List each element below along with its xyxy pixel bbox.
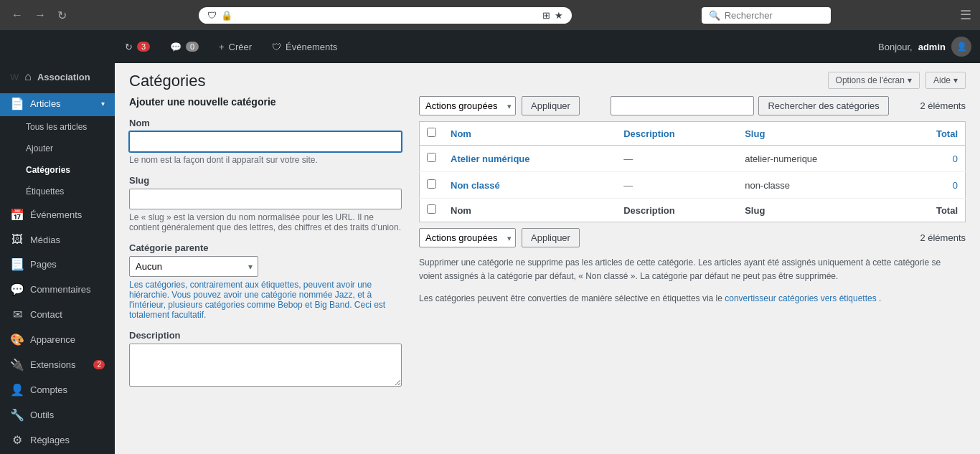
sidebar-item-articles[interactable]: 📄 Articles ▾ [0,91,115,116]
sidebar-item-categories[interactable]: Catégories [0,159,115,181]
avatar[interactable]: 👤 [951,37,971,57]
username: admin [918,42,946,52]
check-all-checkbox[interactable] [427,128,436,137]
row2-total-link[interactable]: 0 [953,180,958,191]
nom-header[interactable]: Nom [443,122,616,146]
total-header-link[interactable]: Total [936,128,958,139]
row2-checkbox[interactable] [427,179,436,189]
create-menu-item[interactable]: + Créer [209,30,262,63]
search-input[interactable] [611,96,754,115]
categories-label: Catégories [26,165,70,175]
main-content: Catégories Options de l'écran ▾ Aide ▾ A… [115,63,980,454]
row1-checkbox-cell [420,146,444,172]
add-category-panel: Ajouter une nouvelle catégorie Nom Le no… [129,96,402,399]
browser-search-input[interactable] [725,10,811,21]
footer-note-1: Supprimer une catégorie ne supprime pas … [419,256,966,283]
sidebar-item-contact[interactable]: ✉ Contact [0,302,115,327]
nom-header-link[interactable]: Nom [451,128,471,139]
sidebar-item-evenements[interactable]: 📅 Événements [0,202,115,227]
back-button[interactable]: ← [9,6,26,24]
sidebar-item-reglages[interactable]: ⚙ Réglages [0,427,115,453]
parent-select-wrap: Aucun ▾ [129,256,258,277]
sidebar-item-commentaires[interactable]: 💬 Commentaires [0,277,115,302]
description-input[interactable] [129,344,402,387]
browser-menu-icon[interactable]: ☰ [960,7,971,23]
check-all-header [420,122,444,146]
sidebar-label-outils: Outils [30,410,54,420]
sidebar-item-outils[interactable]: 🔧 Outils [0,402,115,427]
sidebar-site-header[interactable]: W ⌂ Association [0,60,115,93]
comments-menu-item[interactable]: 💬 0 [160,30,209,63]
bulk-actions-select-bottom[interactable]: Actions groupées [419,228,516,247]
footer-note-3-text: . [879,293,881,303]
row1-name-link[interactable]: Atelier numérique [451,153,530,164]
total-header[interactable]: Total [898,122,965,146]
sidebar-item-ajouter[interactable]: Ajouter [0,138,115,159]
sidebar-item-apparence[interactable]: 🎨 Apparence [0,327,115,352]
sidebar-item-comptes[interactable]: 👤 Comptes [0,377,115,402]
bulk-actions-select-top[interactable]: Actions groupées [419,96,516,115]
slug-footer: Slug [738,199,898,222]
footer-note-2: Les catégories peuvent être converties d… [419,292,966,306]
apply-button-top[interactable]: Appliquer [522,96,580,115]
events-label: Événements [286,42,337,52]
slug-input[interactable] [129,189,402,209]
sidebar-item-extensions[interactable]: 🔌 Extensions 2 [0,352,115,377]
slug-label: Slug [129,175,402,186]
pages-icon: 📃 [10,257,24,271]
row2-total-cell: 0 [898,172,965,199]
table-top-bar: Actions groupées Appliquer Rechercher de… [419,96,966,115]
sidebar-item-pages[interactable]: 📃 Pages [0,252,115,277]
lock-icon: 🔒 [221,10,232,21]
items-count-top: 2 éléments [920,100,966,111]
forward-button[interactable]: → [32,6,49,24]
sidebar-label-extensions: Extensions [30,359,76,370]
name-input[interactable] [129,131,402,152]
sidebar: ⊞ Tableau de bord 📄 Articles ▾ Tous les … [0,63,115,454]
sidebar-item-medias[interactable]: 🖼 Médias [0,227,115,252]
star-icon[interactable]: ★ [555,10,563,21]
search-button[interactable]: Rechercher des catégories [758,96,888,115]
nom-footer: Nom [443,199,616,222]
search-icon: 🔍 [709,10,720,21]
table-body: Atelier numérique — atelier-numerique 0 [420,146,966,222]
name-field: Nom Le nom est la façon dont il apparaît… [129,118,402,165]
footer-link[interactable]: convertisseur catégories vers étiquettes [725,293,876,303]
articles-icon: 📄 [10,97,24,110]
apparence-icon: 🎨 [10,333,24,346]
row1-checkbox[interactable] [427,153,436,162]
extensions-badge: 2 [93,360,105,369]
reload-button[interactable]: ↻ [55,6,70,25]
sidebar-label-pages: Pages [30,259,57,270]
name-hint: Le nom est la façon dont il apparaît sur… [129,155,402,165]
parent-select[interactable]: Aucun [129,256,258,277]
sidebar-item-etiquettes[interactable]: Étiquettes [0,181,115,202]
events-icon: 🛡 [272,42,281,52]
comments-badge: 0 [186,42,199,52]
apply-button-bottom[interactable]: Appliquer [522,228,580,247]
slug-header[interactable]: Slug [738,122,898,146]
description-header[interactable]: Description [616,122,738,146]
updates-menu-item[interactable]: ↻ 3 [115,30,160,63]
home-icon: ⌂ [24,70,32,83]
row2-name-link[interactable]: Non classé [451,180,500,191]
bonjour-label: Bonjour, [878,42,913,52]
description-header-link[interactable]: Description [623,128,675,139]
browser-chrome: ← → ↻ 🛡 🔒 ⊞ ★ 🔍 ☰ [0,0,980,30]
events-menu-item[interactable]: 🛡 Événements [262,30,347,63]
row1-total-link[interactable]: 0 [953,153,958,164]
sidebar-item-tous-articles[interactable]: Tous les articles [0,116,115,138]
screen-options-button[interactable]: Options de l'écran ▾ [828,72,920,89]
description-footer: Description [616,199,738,222]
comments-icon: 💬 [170,42,182,52]
sidebar-label-evenements: Événements [30,209,82,220]
table-row: Atelier numérique — atelier-numerique 0 [420,146,966,172]
tous-articles-label: Tous les articles [26,122,87,132]
check-all-footer-checkbox[interactable] [427,204,436,214]
table-bottom-bar: Actions groupées Appliquer 2 éléments [419,228,966,247]
help-button[interactable]: Aide ▾ [925,72,966,89]
address-input[interactable] [237,10,538,21]
row1-name-cell: Atelier numérique [443,146,616,172]
arrow-icon: ▾ [101,100,105,108]
slug-header-link[interactable]: Slug [745,128,765,139]
